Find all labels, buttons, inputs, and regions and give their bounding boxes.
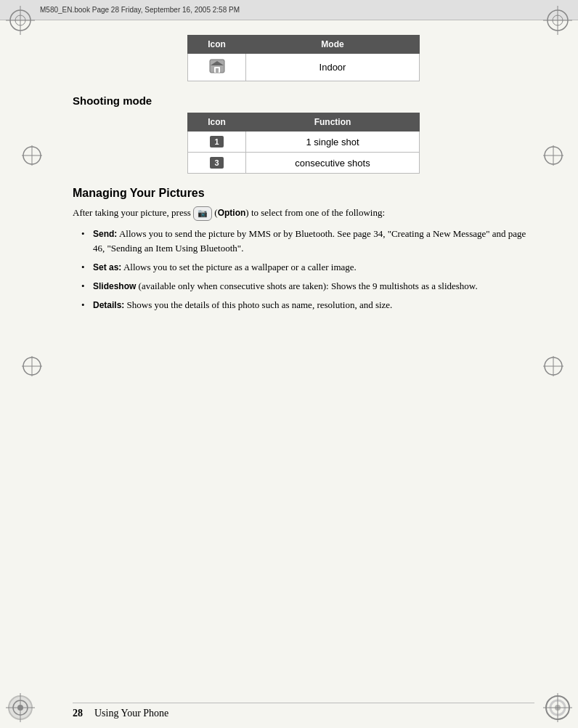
footer: 28 Using Your Phone	[73, 703, 534, 719]
table1-icon-cell	[188, 54, 246, 81]
header-text: M580_EN.book Page 28 Friday, September 1…	[40, 6, 240, 14]
managing-heading: Managing Your Pictures	[73, 187, 534, 200]
table2-function-1: 1 single shot	[246, 132, 420, 153]
svg-rect-33	[216, 68, 219, 73]
bullet-term-details: Details:	[93, 300, 124, 310]
footer-page-number: 28	[73, 708, 83, 719]
managing-intro: After taking your picture, press 📷 (Opti…	[73, 206, 534, 221]
bullet-term-setas: Set as:	[93, 262, 121, 272]
content-area: Icon Mode Indoor	[73, 20, 534, 692]
footer-text: Using Your Phone	[94, 708, 168, 719]
table2-col1: Icon	[188, 113, 246, 132]
shooting-mode-table: Icon Function 1 1 single shot 3 consecut…	[187, 113, 420, 174]
table1-col1: Icon	[188, 36, 246, 54]
table2-icon-1: 1	[188, 132, 246, 153]
table2-function-2: consecutive shots	[246, 153, 420, 174]
house-icon	[208, 58, 226, 74]
table-row: 1 1 single shot	[188, 132, 420, 153]
list-item: Slideshow (available only when consecuti…	[80, 279, 534, 294]
bullet-text-setas: Allows you to set the picture as a wallp…	[123, 262, 357, 272]
bullet-text-details: Shows you the details of this photo such…	[127, 299, 393, 310]
right-deco-circle	[543, 145, 563, 169]
bullet-list: Send: Allows you to send the picture by …	[73, 227, 534, 313]
shooting-mode-heading: Shooting mode	[73, 94, 534, 107]
list-item: Send: Allows you to send the picture by …	[80, 227, 534, 256]
bullet-text-slideshow: (available only when consecutive shots a…	[139, 280, 478, 291]
bullet-text-send: Allows you to send the picture by MMS or…	[93, 228, 526, 254]
bullet-term-send: Send:	[93, 229, 117, 239]
icon-mode-table: Icon Mode Indoor	[187, 35, 420, 81]
option-label: Option	[218, 208, 246, 218]
table1-col2: Mode	[246, 36, 420, 54]
list-item: Set as: Allows you to set the picture as…	[80, 260, 534, 275]
option-button-icon: 📷	[193, 206, 212, 220]
left-deco-circle	[22, 145, 42, 169]
table2-icon-3: 3	[188, 153, 246, 174]
table1-mode-indoor: Indoor	[246, 54, 420, 81]
header-bar: M580_EN.book Page 28 Friday, September 1…	[0, 0, 578, 20]
page: M580_EN.book Page 28 Friday, September 1…	[0, 0, 578, 728]
list-item: Details: Shows you the details of this p…	[80, 298, 534, 312]
corner-mark-tl	[6, 6, 35, 35]
corner-mark-br	[543, 693, 572, 722]
corner-mark-bl	[6, 693, 35, 722]
corner-mark-tr	[543, 6, 572, 35]
table2-col2: Function	[246, 113, 420, 132]
left-deco-circle2	[22, 356, 42, 379]
right-deco-circle2	[543, 356, 563, 379]
bullet-term-slideshow: Slideshow	[93, 281, 136, 291]
table-row: 3 consecutive shots	[188, 153, 420, 174]
table-row: Indoor	[188, 54, 420, 81]
